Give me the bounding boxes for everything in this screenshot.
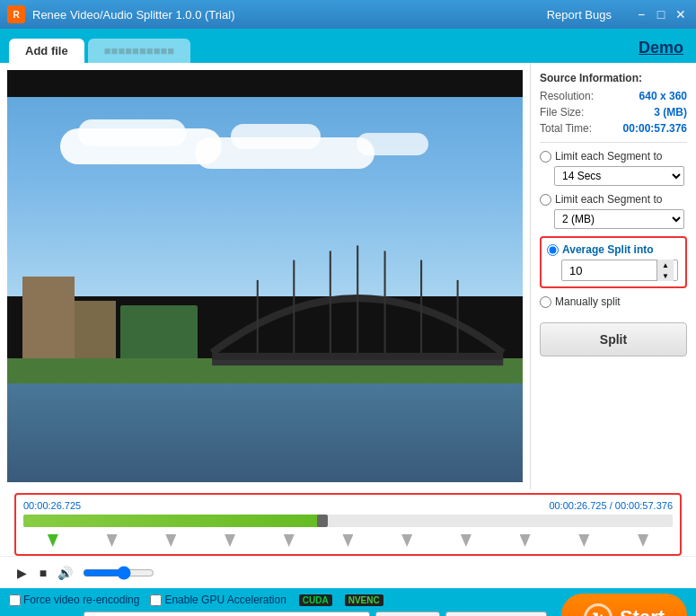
marker-0[interactable] (48, 534, 58, 547)
video-building-2 (75, 301, 116, 366)
limit-mb-label[interactable]: Limit each Segment to (555, 193, 662, 206)
video-black-top (7, 70, 523, 97)
time-range: 00:00:26.725 / 00:00:57.376 (549, 500, 673, 511)
info-row-filesize: File Size: 3 (MB) (540, 106, 687, 119)
marker-10[interactable] (638, 534, 648, 547)
play-button[interactable]: ▶ (11, 562, 32, 584)
marker-6[interactable] (401, 534, 412, 547)
spin-up-button[interactable]: ▲ (657, 260, 674, 270)
controls-bar: ▶ ■ 🔊 (0, 556, 696, 588)
volume-slider[interactable] (83, 566, 154, 580)
checkboxes-row: Force video re-encoding Enable GPU Accel… (9, 594, 547, 606)
secs-dropdown[interactable]: 14 Secs (554, 166, 684, 186)
option-limit-mb: Limit each Segment to 2 (MB) (540, 193, 687, 229)
open-output-button[interactable]: Open Output File (445, 612, 547, 616)
marker-7[interactable] (461, 534, 471, 547)
svg-rect-8 (212, 360, 503, 365)
start-button[interactable]: ↻ Start (561, 594, 687, 616)
marker-8[interactable] (520, 534, 531, 547)
marker-4[interactable] (284, 534, 295, 547)
video-bridge (203, 215, 512, 400)
resolution-value: 640 x 360 (639, 90, 687, 102)
output-row: Output Folder: Browse... Open Output Fil… (9, 612, 547, 616)
stop-button[interactable]: ■ (32, 562, 54, 584)
marker-9[interactable] (578, 534, 589, 547)
radio-limit-mb[interactable] (540, 194, 551, 206)
timeline-markers (23, 532, 673, 549)
mb-dropdown[interactable]: 2 (MB) (554, 209, 684, 229)
manually-split-label[interactable]: Manually split (555, 295, 621, 308)
timeline-track[interactable] (23, 515, 673, 527)
tab-inactive[interactable]: ■■■■■■■■■■ (88, 39, 191, 63)
volume-button[interactable]: 🔊 (54, 562, 75, 584)
tab-bar: Add file ■■■■■■■■■■ Demo (0, 29, 696, 63)
totaltime-label: Total Time: (540, 122, 592, 135)
avg-split-input[interactable] (566, 264, 656, 277)
report-bugs-link[interactable]: Report Bugs (547, 8, 612, 22)
cuda-badge: CUDA (299, 594, 332, 606)
start-icon: ↻ (584, 603, 612, 616)
close-button[interactable]: ✕ (673, 6, 689, 22)
avg-split-label[interactable]: Average Split into (562, 243, 654, 256)
timeline-area[interactable]: 00:00:26.725 00:00:26.725 / 00:00:57.376 (14, 493, 682, 556)
marker-1[interactable] (107, 534, 118, 547)
avg-split-box: Average Split into ▲ ▼ (540, 236, 687, 288)
tab-add-file[interactable]: Add file (9, 39, 84, 63)
browse-button[interactable]: Browse... (375, 612, 440, 616)
divider-1 (540, 142, 687, 143)
main-content: Source Information: Resolution: 640 x 36… (0, 63, 696, 489)
radio-avg-split[interactable] (547, 244, 559, 256)
spin-buttons: ▲ ▼ (656, 260, 674, 281)
option-limit-secs: Limit each Segment to 14 Secs (540, 150, 687, 186)
marker-5[interactable] (342, 534, 353, 547)
svg-rect-7 (212, 353, 503, 360)
timeline-progress (23, 515, 322, 527)
split-button[interactable]: Split (540, 322, 687, 356)
force-reencode-checkbox[interactable] (9, 594, 21, 606)
info-row-resolution: Resolution: 640 x 360 (540, 90, 687, 102)
radio-limit-secs[interactable] (540, 151, 551, 163)
filesize-label: File Size: (540, 106, 584, 119)
bottom-left: Force video re-encoding Enable GPU Accel… (9, 594, 547, 616)
bottom-content: Force video re-encoding Enable GPU Accel… (9, 594, 687, 616)
timeline-container: 00:00:26.725 00:00:26.725 / 00:00:57.376 (0, 489, 696, 556)
video-building (22, 277, 74, 367)
current-time: 00:00:26.725 (23, 500, 81, 511)
maximize-button[interactable]: □ (653, 6, 669, 22)
marker-2[interactable] (165, 534, 176, 547)
avg-split-spinbox: ▲ ▼ (561, 260, 678, 281)
gpu-accel-label[interactable]: Enable GPU Acceleration (150, 594, 286, 606)
radio-manually-split[interactable] (540, 296, 551, 308)
title-bar: R Renee Video/Audio Splitter 1.0.0 (Tria… (0, 0, 696, 29)
output-folder-input[interactable] (84, 612, 370, 616)
right-panel: Source Information: Resolution: 640 x 36… (530, 63, 696, 489)
option-manually: Manually split (540, 295, 687, 308)
filesize-value: 3 (MB) (654, 106, 687, 119)
resolution-label: Resolution: (540, 90, 594, 102)
marker-3[interactable] (225, 534, 235, 547)
video-player[interactable] (7, 70, 523, 482)
timeline-handle[interactable] (317, 515, 328, 527)
video-area (0, 63, 530, 489)
timeline-times: 00:00:26.725 00:00:26.725 / 00:00:57.376 (23, 500, 673, 511)
limit-secs-label[interactable]: Limit each Segment to (555, 150, 662, 163)
info-row-totaltime: Total Time: 00:00:57.376 (540, 122, 687, 135)
gpu-accel-checkbox[interactable] (150, 594, 162, 606)
source-info-title: Source Information: (540, 72, 687, 84)
demo-label: Demo (639, 39, 683, 57)
bridge-svg (203, 215, 512, 400)
bottom-bar: Force video re-encoding Enable GPU Accel… (0, 588, 696, 616)
app-icon: R (7, 5, 25, 23)
spin-down-button[interactable]: ▼ (657, 270, 674, 281)
app-title: Renee Video/Audio Splitter 1.0.0 (Trial) (32, 8, 547, 22)
minimize-button[interactable]: − (633, 6, 649, 22)
nvenc-badge: NVENC (345, 594, 383, 606)
totaltime-value: 00:00:57.376 (623, 122, 687, 135)
force-reencode-label[interactable]: Force video re-encoding (9, 594, 139, 606)
